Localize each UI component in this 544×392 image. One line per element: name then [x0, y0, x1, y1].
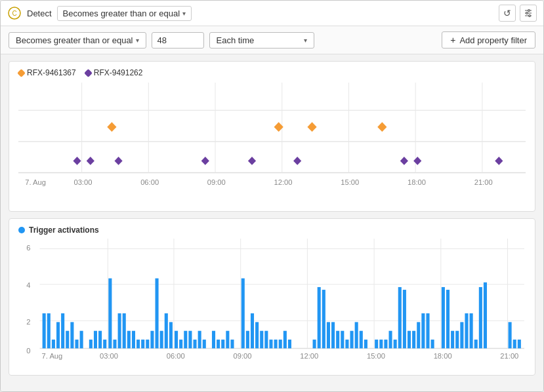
svg-rect-124	[403, 290, 406, 348]
svg-rect-66	[127, 331, 131, 349]
bar-chart-title: Trigger activations	[29, 225, 99, 235]
svg-marker-23	[87, 157, 94, 165]
svg-point-7	[529, 15, 531, 17]
refresh-button[interactable]: ↺	[499, 5, 516, 22]
svg-rect-94	[255, 322, 259, 348]
svg-rect-83	[203, 340, 206, 348]
condition-filter-label: Becomes greater than or equal	[16, 35, 133, 45]
svg-rect-97	[269, 340, 272, 348]
svg-rect-130	[431, 340, 434, 348]
scatter-chart-panel: RFX-9461367 RFX-9491262	[9, 61, 535, 212]
condition-dropdown-label: Becomes greater than or equal	[63, 9, 180, 18]
svg-rect-79	[184, 331, 187, 349]
legend-item-1: RFX-9491262	[85, 68, 143, 77]
svg-rect-144	[513, 340, 516, 348]
svg-marker-30	[495, 157, 503, 165]
svg-text:0: 0	[26, 347, 30, 355]
svg-rect-108	[327, 322, 330, 348]
threshold-input[interactable]	[152, 32, 204, 49]
bar-chart: 6 4 2 0	[18, 239, 526, 363]
svg-marker-22	[73, 157, 81, 165]
svg-rect-93	[251, 313, 254, 348]
svg-rect-86	[217, 340, 220, 348]
svg-rect-74	[165, 313, 168, 348]
legend-label-1: RFX-9491262	[94, 68, 143, 77]
svg-rect-114	[355, 322, 358, 348]
svg-rect-105	[313, 340, 316, 348]
svg-rect-72	[156, 279, 159, 349]
svg-rect-58	[94, 331, 97, 349]
svg-rect-106	[318, 287, 321, 348]
svg-text:15:00: 15:00	[367, 352, 385, 360]
svg-text:03:00: 03:00	[73, 178, 92, 186]
svg-rect-118	[375, 340, 378, 348]
svg-rect-52	[66, 331, 69, 349]
add-filter-button[interactable]: + Add property filter	[442, 31, 535, 49]
svg-text:18:00: 18:00	[408, 178, 426, 186]
svg-rect-120	[384, 340, 387, 348]
svg-rect-63	[113, 340, 116, 348]
svg-rect-132	[442, 287, 445, 348]
settings-button[interactable]	[520, 5, 537, 22]
condition-dropdown[interactable]: Becomes greater than or equal ▾	[57, 6, 192, 21]
svg-rect-101	[288, 340, 291, 348]
svg-rect-138	[470, 313, 473, 348]
svg-rect-89	[230, 340, 234, 348]
svg-rect-116	[364, 340, 367, 348]
svg-rect-129	[426, 313, 429, 348]
svg-rect-70	[146, 340, 149, 348]
svg-rect-53	[70, 322, 73, 348]
svg-rect-112	[345, 340, 348, 348]
svg-rect-125	[408, 331, 411, 349]
svg-rect-51	[61, 313, 64, 348]
detect-label: Detect	[27, 9, 52, 18]
condition-filter-dropdown[interactable]: Becomes greater than or equal ▾	[9, 32, 146, 49]
svg-rect-47	[43, 313, 46, 348]
svg-text:09:00: 09:00	[234, 352, 252, 360]
svg-rect-121	[388, 331, 392, 349]
legend-dot-orange	[17, 69, 26, 77]
app-window: C Detect Becomes greater than or equal ▾…	[0, 0, 544, 392]
svg-marker-20	[307, 122, 316, 132]
svg-rect-96	[264, 331, 268, 349]
legend-label-0: RFX-9461367	[27, 68, 76, 77]
svg-text:06:00: 06:00	[140, 178, 159, 186]
scatter-chart: 7. Aug 03:00 06:00 09:00 12:00 15:00 18:…	[18, 83, 526, 204]
svg-marker-26	[248, 157, 256, 165]
svg-rect-85	[212, 331, 215, 349]
svg-rect-92	[246, 331, 249, 349]
svg-rect-111	[341, 331, 344, 349]
svg-text:09:00: 09:00	[207, 178, 226, 186]
svg-text:12:00: 12:00	[274, 178, 293, 186]
scatter-legend: RFX-9461367 RFX-9491262	[18, 68, 526, 77]
svg-rect-71	[150, 331, 154, 349]
frequency-dropdown[interactable]: Each time ▾	[209, 32, 314, 49]
svg-rect-77	[175, 331, 178, 349]
svg-text:2: 2	[26, 318, 30, 326]
svg-rect-91	[241, 279, 245, 349]
svg-rect-48	[47, 313, 51, 348]
main-content: RFX-9461367 RFX-9491262	[1, 54, 543, 391]
svg-rect-87	[221, 340, 224, 348]
legend-dot-purple	[84, 69, 93, 77]
svg-rect-127	[417, 322, 420, 348]
svg-rect-69	[141, 340, 144, 348]
svg-rect-136	[460, 322, 463, 348]
svg-text:4: 4	[26, 281, 30, 289]
svg-rect-57	[89, 340, 93, 348]
topbar-actions: ↺	[499, 5, 537, 22]
svg-rect-143	[509, 322, 512, 348]
filterbar: Becomes greater than or equal ▾ Each tim…	[1, 26, 543, 54]
svg-text:C: C	[12, 10, 16, 17]
svg-marker-28	[400, 157, 408, 165]
svg-rect-95	[260, 331, 263, 349]
svg-text:7. Aug: 7. Aug	[25, 178, 46, 186]
svg-rect-128	[421, 313, 425, 348]
bar-legend-dot	[18, 227, 25, 233]
chevron-down-icon: ▾	[304, 37, 307, 44]
svg-rect-134	[451, 331, 454, 349]
svg-rect-140	[479, 287, 482, 348]
svg-rect-54	[75, 340, 78, 348]
svg-point-5	[528, 10, 530, 12]
svg-text:6: 6	[26, 244, 30, 252]
